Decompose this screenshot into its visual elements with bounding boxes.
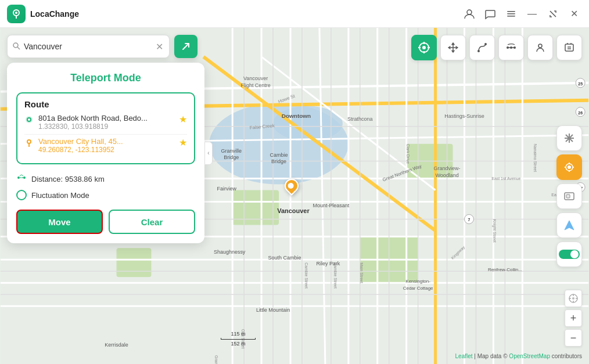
svg-text:Cedar Cottage: Cedar Cottage bbox=[403, 286, 433, 291]
svg-text:South Cambie: South Cambie bbox=[268, 255, 301, 261]
svg-text:Little Mountain: Little Mountain bbox=[256, 307, 290, 313]
svg-text:Renfrew-Collin...: Renfrew-Collin... bbox=[488, 267, 522, 272]
leaflet-link[interactable]: Leaflet bbox=[455, 353, 473, 359]
app-name: LocaChange bbox=[30, 9, 461, 19]
profile-button[interactable] bbox=[461, 6, 477, 22]
svg-text:Clark Drive: Clark Drive bbox=[406, 144, 410, 164]
titlebar-actions: — ✕ bbox=[461, 6, 582, 22]
distance-icon bbox=[16, 172, 27, 185]
svg-text:Cambie: Cambie bbox=[270, 152, 288, 158]
svg-text:Granville: Granville bbox=[221, 148, 241, 154]
screenshot-button[interactable] bbox=[556, 183, 582, 209]
compass-button[interactable] bbox=[565, 290, 582, 307]
svg-text:Main Street: Main Street bbox=[360, 262, 364, 283]
close-button[interactable]: ✕ bbox=[566, 6, 582, 22]
svg-point-127 bbox=[568, 165, 571, 169]
locate-button[interactable] bbox=[556, 154, 582, 180]
svg-point-109 bbox=[538, 44, 542, 48]
end-point-icon bbox=[24, 138, 34, 150]
route-start-point: 801a Bedok North Road, Bedo... 1.332830,… bbox=[24, 114, 187, 131]
zoom-in-button[interactable]: + bbox=[565, 309, 582, 327]
svg-text:Nanaimo Street: Nanaimo Street bbox=[533, 144, 537, 172]
toggle-button[interactable] bbox=[556, 242, 582, 267]
svg-text:Woodland: Woodland bbox=[435, 172, 458, 178]
svg-text:Mount-Pleasant: Mount-Pleasant bbox=[313, 203, 349, 208]
search-clear-button[interactable]: ✕ bbox=[155, 41, 164, 52]
action-buttons: Move Clear bbox=[16, 210, 195, 234]
svg-point-96 bbox=[13, 43, 18, 48]
message-button[interactable] bbox=[482, 6, 498, 22]
start-point-info: 801a Bedok North Road, Bedo... 1.332830,… bbox=[38, 114, 174, 131]
clear-button[interactable]: Clear bbox=[109, 210, 195, 234]
route-mode-1-button[interactable] bbox=[469, 35, 495, 60]
svg-point-1 bbox=[15, 12, 17, 14]
history-mode-button[interactable] bbox=[556, 35, 582, 60]
navigation-button[interactable] bbox=[556, 212, 582, 238]
svg-text:Kerrisdale: Kerrisdale bbox=[105, 342, 128, 348]
svg-text:Cambie Street: Cambie Street bbox=[304, 262, 308, 289]
svg-text:Fairview: Fairview bbox=[217, 186, 237, 192]
route-mode-2-button[interactable] bbox=[498, 35, 524, 60]
search-icon bbox=[12, 42, 20, 52]
panel-title: Teleport Mode bbox=[16, 72, 195, 84]
search-go-button[interactable] bbox=[174, 35, 197, 58]
route-divider bbox=[24, 134, 187, 135]
fluctuation-row: Fluctuation Mode bbox=[16, 190, 195, 200]
move-button[interactable]: Move bbox=[16, 210, 103, 234]
svg-point-2 bbox=[467, 10, 472, 15]
svg-point-117 bbox=[28, 118, 30, 121]
app-logo bbox=[7, 5, 26, 23]
svg-text:25: 25 bbox=[578, 82, 583, 86]
svg-text:Bridge: Bridge bbox=[271, 158, 286, 164]
svg-text:East 1st Avenue: East 1st Avenue bbox=[491, 176, 520, 181]
svg-text:Knight Street: Knight Street bbox=[492, 219, 497, 242]
start-point-icon bbox=[24, 115, 34, 127]
teleport-mode-button[interactable] bbox=[411, 35, 437, 60]
svg-text:Flight Centre: Flight Centre bbox=[240, 82, 270, 88]
svg-point-99 bbox=[422, 46, 426, 49]
svg-rect-5 bbox=[507, 16, 515, 17]
svg-text:26: 26 bbox=[578, 111, 583, 115]
fluctuation-toggle[interactable] bbox=[16, 190, 27, 200]
right-float-buttons bbox=[556, 125, 582, 267]
svg-rect-3 bbox=[507, 11, 515, 12]
end-point-address: Vancouver City Hall, 45... bbox=[38, 137, 174, 146]
map-attribution: Leaflet | Map data © OpenStreetMap contr… bbox=[455, 353, 582, 359]
map-area[interactable]: Vancouver Flight Centre Downtown Strathc… bbox=[0, 28, 589, 364]
maximize-button[interactable] bbox=[545, 6, 561, 22]
svg-rect-11 bbox=[117, 248, 152, 277]
svg-point-105 bbox=[484, 43, 487, 45]
user-mode-button[interactable] bbox=[527, 35, 553, 60]
start-point-coords: 1.332830, 103.918819 bbox=[38, 122, 174, 131]
osm-link[interactable]: OpenStreetMap bbox=[509, 353, 550, 359]
zoom-out-button[interactable]: − bbox=[565, 329, 582, 347]
fluctuation-label: Fluctuation Mode bbox=[31, 191, 89, 200]
svg-text:7: 7 bbox=[468, 218, 471, 222]
svg-text:Vancouver: Vancouver bbox=[277, 207, 310, 214]
minimize-button[interactable]: — bbox=[524, 6, 540, 22]
svg-text:Downtown: Downtown bbox=[282, 113, 311, 119]
svg-text:Strathcona: Strathcona bbox=[347, 116, 372, 122]
svg-point-136 bbox=[570, 250, 579, 258]
svg-rect-4 bbox=[507, 13, 515, 15]
end-point-coords: 49.260872, -123.113952 bbox=[38, 146, 174, 154]
start-star-button[interactable]: ★ bbox=[179, 114, 187, 125]
svg-point-104 bbox=[477, 50, 480, 52]
menu-button[interactable] bbox=[503, 6, 519, 22]
location-pin bbox=[285, 179, 302, 202]
end-star-button[interactable]: ★ bbox=[179, 137, 187, 148]
route-end-point: Vancouver City Hall, 45... 49.260872, -1… bbox=[24, 137, 187, 154]
move-mode-button[interactable] bbox=[440, 35, 466, 60]
svg-text:Grandview-: Grandview- bbox=[434, 165, 461, 171]
asterisk-button[interactable] bbox=[556, 125, 582, 151]
svg-line-97 bbox=[17, 47, 20, 49]
search-input[interactable] bbox=[24, 42, 155, 51]
collapse-panel-button[interactable]: ‹ bbox=[204, 142, 213, 165]
titlebar: LocaChange — bbox=[0, 0, 589, 28]
distance-row: Distance: 9538.86 km bbox=[16, 172, 195, 185]
map-toolbar bbox=[411, 35, 582, 60]
map-scale: 115 m 152 m bbox=[221, 331, 256, 347]
end-point-info: Vancouver City Hall, 45... 49.260872, -1… bbox=[38, 137, 174, 154]
main-container: Vancouver Flight Centre Downtown Strathc… bbox=[0, 28, 589, 364]
scale-label-152: 152 m bbox=[231, 341, 245, 347]
